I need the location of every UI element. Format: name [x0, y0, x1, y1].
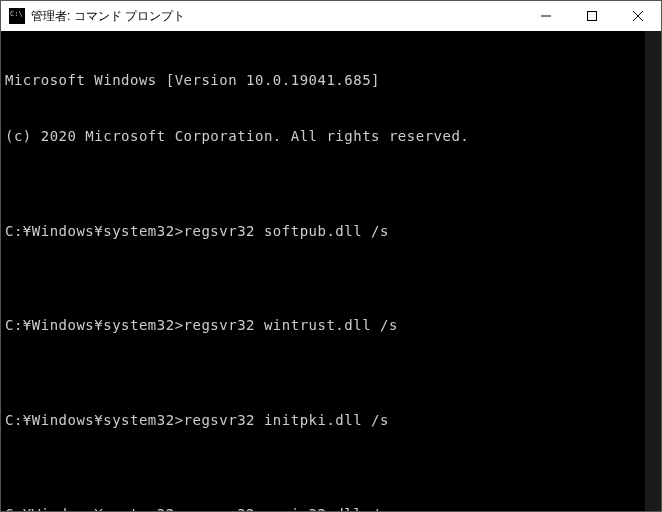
cmd-icon	[9, 8, 25, 24]
terminal-line: C:¥Windows¥system32>regsvr32 initpki.dll…	[5, 411, 657, 430]
close-button[interactable]	[615, 1, 661, 31]
command-prompt-window: 管理者: コマンド プロンプト Microsoft Windows [Versi…	[0, 0, 662, 512]
terminal-line: (c) 2020 Microsoft Corporation. All righ…	[5, 127, 657, 146]
window-controls	[523, 1, 661, 31]
titlebar[interactable]: 管理者: コマンド プロンプト	[1, 1, 661, 31]
terminal-line: C:¥Windows¥system32>regsvr32 wintrust.dl…	[5, 316, 657, 335]
terminal-line: Microsoft Windows [Version 10.0.19041.68…	[5, 71, 657, 90]
maximize-icon	[587, 11, 597, 21]
terminal-area[interactable]: Microsoft Windows [Version 10.0.19041.68…	[1, 31, 661, 511]
minimize-icon	[541, 11, 551, 21]
terminal-line: C:¥Windows¥system32>regsvr32 mssip32.dll…	[5, 505, 657, 511]
terminal-line: C:¥Windows¥system32>regsvr32 softpub.dll…	[5, 222, 657, 241]
window-title: 管理者: コマンド プロンプト	[31, 8, 185, 25]
vertical-scrollbar[interactable]	[645, 31, 661, 511]
svg-rect-1	[588, 12, 597, 21]
maximize-button[interactable]	[569, 1, 615, 31]
close-icon	[633, 11, 643, 21]
minimize-button[interactable]	[523, 1, 569, 31]
